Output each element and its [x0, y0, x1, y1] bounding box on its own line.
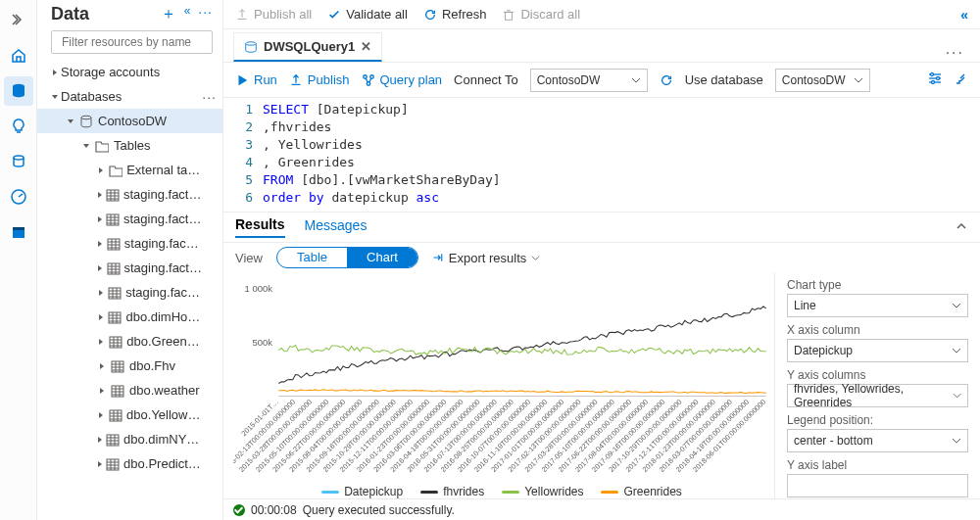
settings-icon[interactable]	[927, 71, 943, 89]
tree-node[interactable]: dbo.dimNYCLocations···	[37, 427, 222, 451]
twisty-icon[interactable]	[96, 264, 105, 272]
tree-node[interactable]: dbo.dimHoliday···	[37, 305, 222, 329]
top-toolbar: Publish all Validate all Refresh Discard…	[223, 0, 980, 29]
tree-node[interactable]: dbo.PredictedValues···	[37, 451, 222, 476]
twisty-icon[interactable]	[96, 240, 105, 248]
twisty-icon[interactable]	[96, 215, 104, 223]
use-database-select[interactable]: ContosoDW	[775, 69, 870, 92]
database-icon[interactable]	[4, 76, 33, 106]
results-view-bar: View Table Chart Export results	[223, 243, 980, 272]
chart-type-select[interactable]: Line	[787, 294, 968, 317]
tree-node[interactable]: Databases···	[37, 84, 222, 109]
svg-point-90	[937, 77, 940, 80]
tab-messages[interactable]: Messages	[305, 217, 368, 237]
y-axis-select[interactable]: fhvrides, Yellowrides, Greenrides	[787, 384, 968, 407]
legend-pos-select[interactable]: center - bottom	[787, 429, 968, 452]
more-icon[interactable]: ···	[198, 4, 213, 24]
collapse-results-icon[interactable]	[955, 219, 968, 236]
tree-node[interactable]: staging.factweather···	[37, 256, 222, 280]
twisty-icon[interactable]	[49, 69, 61, 76]
publish-button[interactable]: Publish	[289, 72, 350, 87]
close-tab-icon[interactable]: ✕	[361, 39, 371, 54]
table-icon	[107, 236, 121, 252]
table-icon	[108, 309, 122, 325]
model-icon[interactable]	[4, 147, 33, 176]
twisty-icon[interactable]	[96, 411, 107, 419]
tree-node[interactable]: ContosoDW···	[37, 109, 222, 133]
toolbox-icon[interactable]	[4, 217, 33, 247]
tree-node[interactable]: Tables···	[37, 133, 222, 158]
chart-type-label: Chart type	[787, 278, 968, 292]
tree-node[interactable]: Storage accounts···	[37, 60, 222, 84]
discard-all-button[interactable]: Discard all	[502, 7, 580, 22]
filter-input-wrap[interactable]	[51, 30, 213, 54]
expand-editor-icon[interactable]	[953, 71, 968, 89]
twisty-icon[interactable]	[80, 142, 92, 150]
x-axis-select[interactable]: Datepickup	[787, 339, 968, 362]
twisty-icon[interactable]	[96, 387, 108, 395]
tree-node[interactable]: dbo.Fhv···	[37, 354, 222, 378]
expand-icon[interactable]	[4, 6, 33, 35]
view-table[interactable]: Table	[277, 248, 347, 267]
twisty-icon[interactable]	[96, 338, 107, 346]
query-plan-button[interactable]: Query plan	[362, 72, 443, 87]
collapse-right-icon[interactable]: «	[960, 7, 968, 23]
twisty-icon[interactable]	[96, 436, 104, 444]
export-results-button[interactable]: Export results	[432, 251, 540, 265]
view-label: View	[235, 251, 263, 265]
chart-area: 500k1 000k2015-01-01T…2015-02-13T00:00:0…	[223, 272, 774, 498]
query-action-bar: Run Publish Query plan Connect To Contos…	[223, 63, 980, 98]
y-label-input[interactable]	[787, 474, 968, 497]
twisty-icon[interactable]	[96, 166, 107, 174]
legend-pos-label: Legend position:	[787, 413, 968, 427]
svg-text:1 000k: 1 000k	[245, 283, 273, 294]
home-icon[interactable]	[4, 41, 33, 71]
refresh-button[interactable]: Refresh	[423, 7, 487, 22]
lightbulb-icon[interactable]	[4, 112, 33, 141]
editor-tab[interactable]: DWSQLQuery1 ✕	[233, 32, 382, 62]
filter-input[interactable]	[62, 35, 209, 49]
sql-editor[interactable]: 1SELECT [Datepickup]2,fhvrides3, Yellowr…	[223, 98, 980, 212]
tree-node[interactable]: External tables···	[37, 158, 222, 182]
table-icon	[106, 187, 120, 203]
twisty-icon[interactable]	[96, 289, 106, 297]
run-button[interactable]: Run	[235, 72, 277, 87]
twisty-icon[interactable]	[49, 93, 61, 101]
tab-results[interactable]: Results	[235, 216, 285, 238]
twisty-icon[interactable]	[96, 460, 104, 468]
connect-to-select[interactable]: ContosoDW	[530, 69, 648, 92]
twisty-icon[interactable]	[96, 191, 104, 199]
svg-rect-4	[13, 229, 24, 238]
svg-point-2	[14, 156, 24, 160]
view-chart[interactable]: Chart	[347, 248, 417, 267]
table-icon	[106, 212, 120, 227]
table-icon	[106, 456, 120, 472]
add-icon[interactable]: ＋	[161, 4, 176, 24]
twisty-icon[interactable]	[96, 362, 108, 370]
tree-node[interactable]: dbo.weather···	[37, 378, 222, 402]
view-toggle[interactable]: Table Chart	[276, 247, 418, 268]
status-elapsed: 00:00:08	[251, 503, 297, 517]
status-message: Query executed successfully.	[303, 503, 455, 517]
publish-all-button[interactable]: Publish all	[235, 7, 312, 22]
panel-title: Data	[51, 4, 89, 24]
tree-node[interactable]: staging.factFHV···	[37, 280, 222, 305]
twisty-icon[interactable]	[65, 118, 76, 125]
twisty-icon[interactable]	[96, 313, 106, 321]
table-icon	[107, 260, 121, 276]
gauge-icon[interactable]	[4, 182, 33, 212]
tree-node[interactable]: staging.factholiday···	[37, 231, 222, 256]
legend-yellowrides: Yellowrides	[524, 485, 583, 498]
table-icon	[106, 432, 120, 448]
validate-all-button[interactable]: Validate all	[327, 7, 408, 22]
collapse-panel-icon[interactable]: «	[184, 4, 191, 24]
row-more-icon[interactable]: ···	[202, 89, 217, 105]
resource-tree: Storage accounts···Databases···ContosoDW…	[37, 60, 222, 520]
tree-node[interactable]: dbo.GreenCab···	[37, 329, 222, 354]
tree-node[interactable]: dbo.YellowCab···	[37, 402, 222, 427]
tree-node[interactable]: staging.factGreenCab···	[37, 182, 222, 207]
refresh-connection-icon[interactable]	[660, 73, 673, 87]
tab-overflow-icon[interactable]: ···	[940, 44, 970, 62]
tree-node[interactable]: staging.factYellowCab···	[37, 207, 222, 231]
status-bar: 00:00:08 Query executed successfully.	[223, 498, 980, 520]
